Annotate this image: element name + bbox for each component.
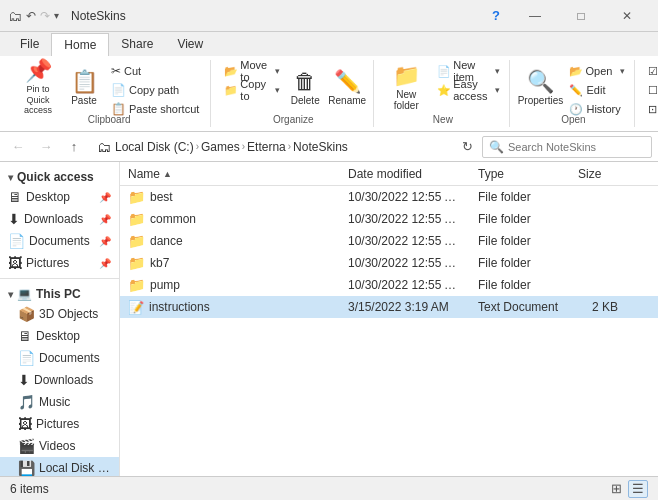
file-list: Name ▲ Date modified Type Size 📁 best 10… [120,162,658,476]
documents-pc-icon: 📄 [18,350,35,366]
sidebar-item-pictures-pc[interactable]: 🖼 Pictures [0,413,119,435]
title-redo-icon[interactable]: ↷ [40,9,50,23]
view-large-icons-button[interactable]: ⊞ [606,480,626,498]
search-input[interactable] [508,141,646,153]
nav-back-button[interactable]: ← [6,136,30,158]
select-all-button[interactable]: ☑ Select all [643,62,658,80]
file-type-cell: File folder [470,212,570,226]
file-date-cell: 10/30/2022 12:55 AM [340,234,470,248]
sidebar-item-music[interactable]: 🎵 Music [0,391,119,413]
title-bar: 🗂 ↶ ↷ ▾ NoteSkins ? — □ ✕ [0,0,658,32]
file-type-cell: File folder [470,190,570,204]
videos-label: Videos [39,439,111,453]
pin-downloads-icon: 📌 [99,214,111,225]
sidebar-item-desktop-pc[interactable]: 🖥 Desktop [0,325,119,347]
view-buttons: ⊞ ☰ [606,480,648,498]
file-type-cell: Text Document [470,300,570,314]
breadcrumb-folder-icon: 🗂 [97,139,111,155]
maximize-button[interactable]: □ [558,0,604,32]
new-label: New [376,114,509,125]
copy-to-button[interactable]: 📁 Copy to [219,81,272,99]
desktop-quick-label: Desktop [26,190,95,204]
new-item-dropdown[interactable]: ▾ [492,62,503,80]
tab-home[interactable]: Home [51,33,109,57]
file-rows: 📁 best 10/30/2022 12:55 AM File folder 📁… [120,186,658,476]
table-row[interactable]: 📁 common 10/30/2022 12:55 AM File folder [120,208,658,230]
breadcrumb-arrow-1: › [196,141,199,152]
easy-access-dropdown[interactable]: ▾ [492,81,503,99]
table-row[interactable]: 📝 instructions 3/15/2022 3:19 AM Text Do… [120,296,658,318]
properties-icon: 🔍 [527,71,554,93]
table-row[interactable]: 📁 kb7 10/30/2022 12:55 AM File folder [120,252,658,274]
edit-icon: ✏️ [569,84,583,97]
clipboard-column: 📋 Paste [64,62,104,114]
nav-forward-button[interactable]: → [34,136,58,158]
refresh-button[interactable]: ↻ [456,136,478,158]
sidebar-item-downloads-pc[interactable]: ⬇ Downloads [0,369,119,391]
sidebar-item-pictures-quick[interactable]: 🖼 Pictures 📌 [0,252,119,274]
view-details-button[interactable]: ☰ [628,480,648,498]
file-type-cell: File folder [470,234,570,248]
new-folder-button[interactable]: 📁 New folder [382,62,430,114]
documents-pc-label: Documents [39,351,111,365]
sidebar-item-videos[interactable]: 🎬 Videos [0,435,119,457]
file-date-cell: 10/30/2022 12:55 AM [340,190,470,204]
table-row[interactable]: 📁 dance 10/30/2022 12:55 AM File folder [120,230,658,252]
copy-path-button[interactable]: 📄 Copy path [106,81,204,99]
sidebar-item-local-disk[interactable]: 💾 Local Disk (C:) [0,457,119,476]
col-header-date[interactable]: Date modified [340,162,470,186]
copy-to-dropdown[interactable]: ▾ [272,81,283,99]
breadcrumb[interactable]: 🗂 Local Disk (C:) › Games › Etterna › No… [90,136,452,158]
sidebar-item-documents-pc[interactable]: 📄 Documents [0,347,119,369]
open-dropdown[interactable]: ▾ [617,62,628,80]
sidebar-item-desktop-quick[interactable]: 🖥 Desktop 📌 [0,186,119,208]
easy-access-button[interactable]: ⭐ Easy access [432,81,492,99]
title-dropdown-icon[interactable]: ▾ [54,10,59,21]
move-to-dropdown[interactable]: ▾ [272,62,283,80]
tab-view[interactable]: View [165,32,215,56]
title-undo-icon[interactable]: ↶ [26,9,36,23]
help-button[interactable]: ? [480,0,512,32]
address-bar: ← → ↑ 🗂 Local Disk (C:) › Games › Ettern… [0,132,658,162]
paste-button[interactable]: 📋 Paste [64,62,104,114]
select-none-button[interactable]: ☐ Select none [643,81,658,99]
sidebar-item-downloads-quick[interactable]: ⬇ Downloads 📌 [0,208,119,230]
col-header-size[interactable]: Size [570,162,630,186]
desktop-pc-icon: 🖥 [18,328,32,344]
col-header-type[interactable]: Type [470,162,570,186]
breadcrumb-arrow-3: › [288,141,291,152]
title-folder-icon: 🗂 [8,8,22,24]
sort-arrow-name: ▲ [163,169,172,179]
properties-button[interactable]: 🔍 Properties [518,62,562,114]
table-row[interactable]: 📁 best 10/30/2022 12:55 AM File folder [120,186,658,208]
3d-objects-icon: 📦 [18,306,35,322]
nav-up-button[interactable]: ↑ [62,136,86,158]
ribbon-group-clipboard: 📌 Pin to Quick access 📋 Paste ✂ Cut 📄 Co… [8,60,211,127]
sidebar-item-documents-quick[interactable]: 📄 Documents 📌 [0,230,119,252]
tab-file[interactable]: File [8,32,51,56]
quick-access-header[interactable]: ▾ Quick access [0,166,119,186]
pin-documents-icon: 📌 [99,236,111,247]
organize-label: Organize [213,114,373,125]
edit-button[interactable]: ✏️ Edit [564,81,628,99]
select-all-icon: ☑ [648,65,658,78]
cut-button[interactable]: ✂ Cut [106,62,204,80]
col-header-name[interactable]: Name ▲ [120,162,340,186]
this-pc-header[interactable]: ▾ 💻 This PC [0,283,119,303]
minimize-button[interactable]: — [512,0,558,32]
sidebar-divider [0,278,119,279]
search-box[interactable]: 🔍 [482,136,652,158]
table-row[interactable]: 📁 pump 10/30/2022 12:55 AM File folder [120,274,658,296]
pin-to-quick-access-button[interactable]: 📌 Pin to Quick access [14,62,62,114]
delete-button[interactable]: 🗑 Delete [285,62,325,114]
rename-button[interactable]: ✏️ Rename [327,62,367,114]
select-label: Select [637,114,658,125]
breadcrumb-part-3: Etterna [247,140,286,154]
open-button[interactable]: 📂 Open [564,62,617,80]
close-button[interactable]: ✕ [604,0,650,32]
new-folder-icon: 📁 [393,65,420,87]
file-name-cell: 📝 instructions [120,300,340,315]
tab-share[interactable]: Share [109,32,165,56]
pictures-quick-label: Pictures [26,256,95,270]
sidebar-item-3d-objects[interactable]: 📦 3D Objects [0,303,119,325]
